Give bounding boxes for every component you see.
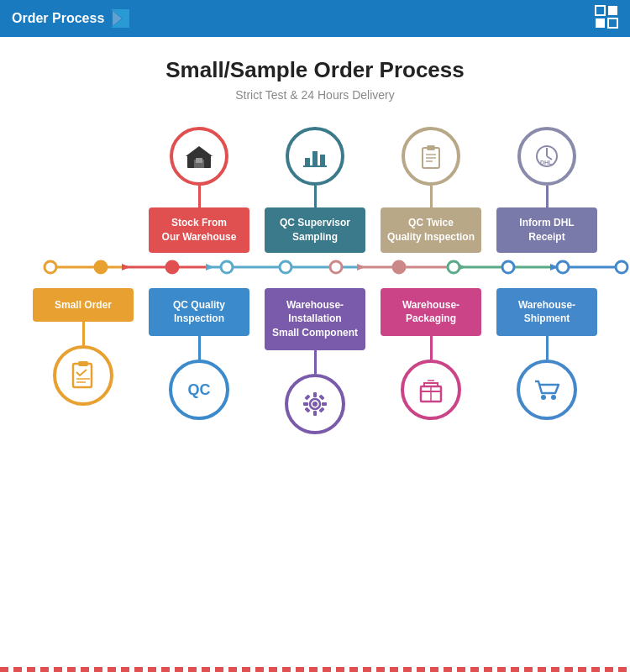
warehouse-install-box: Warehouse-InstallationSmall Component	[265, 288, 365, 350]
bottom-item-qc-quality: QC QualityInspection QC	[144, 288, 254, 421]
svg-point-43	[448, 261, 459, 273]
svg-marker-26	[122, 264, 130, 270]
bottom-item-warehouse-install: Warehouse-InstallationSmall Component	[260, 288, 370, 434]
bottom-item-warehouse-shipment: Warehouse-Shipment	[492, 288, 601, 421]
qc-supervisor-icon	[286, 127, 344, 186]
timeline-container	[25, 253, 605, 285]
dhl-svg: DHL	[532, 141, 562, 171]
top-item-dhl: DHL Inform DHLReceipt	[492, 127, 601, 253]
main-content: Small/Sample Order Process Strict Test &…	[0, 37, 630, 443]
svg-rect-16	[427, 145, 435, 150]
svg-point-52	[312, 402, 318, 407]
header: Order Process	[0, 0, 630, 37]
svg-rect-13	[320, 155, 325, 166]
dhl-icon: DHL	[517, 127, 576, 186]
svg-point-46	[616, 261, 627, 273]
chevron-icon	[111, 9, 129, 28]
qc-twice-box: QC TwiceQuality Inspection	[381, 207, 481, 253]
svg-rect-9	[196, 158, 199, 163]
svg-rect-12	[312, 151, 318, 166]
svg-point-41	[330, 261, 342, 273]
svg-rect-53	[313, 392, 317, 397]
warehouse-install-icon	[285, 374, 345, 434]
warehouse-shipment-box: Warehouse-Shipment	[496, 288, 597, 337]
svg-marker-28	[206, 264, 214, 270]
grid-svg	[595, 5, 618, 29]
header-left: Order Process	[12, 9, 129, 28]
bottom-item-warehouse-packaging: Warehouse-Packaging	[376, 288, 486, 421]
warehouse-svg	[184, 141, 214, 171]
svg-rect-57	[304, 394, 310, 400]
svg-rect-48	[78, 361, 88, 366]
qc-supervisor-box: QC SupervisorSampling	[265, 207, 365, 253]
svg-rect-55	[303, 402, 308, 406]
svg-point-36	[45, 261, 56, 273]
svg-point-38	[166, 261, 178, 273]
page-title: Small/Sample Order Process	[17, 57, 613, 83]
svg-rect-4	[596, 18, 605, 28]
timeline-svg	[25, 253, 630, 281]
chart-svg	[300, 141, 330, 171]
top-item-qc-supervisor: QC SupervisorSampling	[260, 127, 370, 253]
stock-warehouse-box: Stock FromOur Warehouse	[149, 207, 249, 253]
qc-quality-box: QC QualityInspection	[149, 288, 249, 337]
svg-point-37	[95, 261, 107, 273]
svg-rect-2	[596, 6, 605, 15]
bottom-row: Small Order QC QualityInspection	[17, 288, 613, 434]
warehouse-icon	[170, 127, 228, 186]
svg-marker-30	[357, 264, 365, 270]
svg-text:DHL: DHL	[540, 160, 553, 165]
dhl-box: Inform DHLReceipt	[496, 207, 597, 253]
page-subtitle: Strict Test & 24 Hours Delivery	[17, 88, 613, 102]
svg-rect-11	[305, 158, 310, 166]
svg-point-45	[557, 261, 569, 273]
top-row: Stock FromOur Warehouse QC SupervisorSam…	[17, 127, 613, 253]
svg-marker-7	[186, 146, 213, 156]
process-diagram: Stock FromOur Warehouse QC SupervisorSam…	[17, 127, 613, 434]
svg-point-39	[221, 261, 233, 273]
svg-point-44	[502, 261, 514, 273]
svg-rect-59	[304, 407, 310, 412]
grid-icon	[595, 5, 618, 32]
top-item-stock: Stock FromOur Warehouse	[144, 127, 254, 253]
warehouse-packaging-icon	[401, 360, 461, 420]
small-order-box: Small Order	[33, 288, 134, 323]
checklist-svg	[67, 360, 99, 391]
svg-point-42	[393, 261, 405, 273]
warehouse-shipment-icon	[517, 360, 577, 420]
qc-twice-icon	[402, 127, 460, 186]
cart-svg	[532, 375, 562, 405]
svg-point-67	[551, 395, 556, 400]
small-order-icon	[53, 345, 113, 406]
clipboard-svg	[416, 141, 446, 171]
svg-point-66	[541, 395, 546, 400]
svg-rect-3	[608, 6, 617, 15]
svg-rect-54	[313, 411, 317, 416]
warehouse-packaging-box: Warehouse-Packaging	[381, 288, 481, 337]
bottom-item-small-order: Small Order	[29, 288, 138, 407]
svg-rect-5	[608, 18, 617, 28]
gear-svg	[300, 389, 330, 419]
box-svg	[416, 375, 446, 405]
header-title: Order Process	[12, 11, 104, 26]
svg-rect-10	[199, 158, 202, 163]
svg-rect-56	[322, 402, 327, 406]
svg-rect-58	[318, 394, 324, 400]
svg-rect-47	[73, 364, 92, 387]
top-item-qc-twice: QC TwiceQuality Inspection	[376, 127, 486, 253]
bottom-border	[0, 667, 630, 672]
qc-quality-icon: QC	[169, 360, 229, 420]
svg-point-40	[280, 261, 291, 273]
